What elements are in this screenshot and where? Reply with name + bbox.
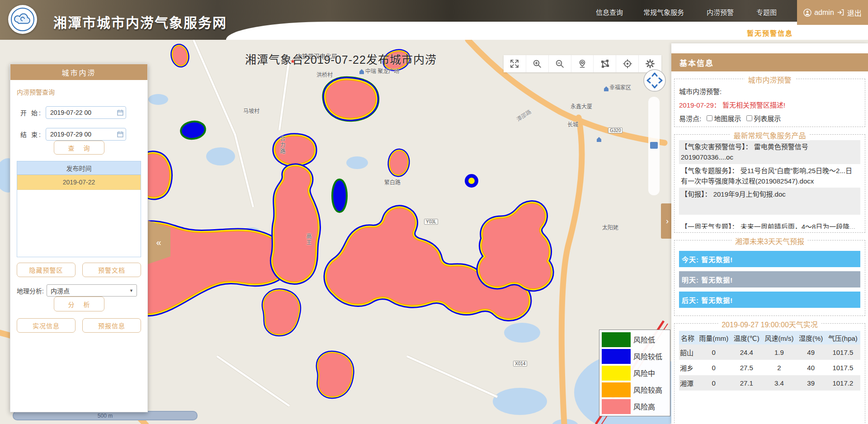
locate-button[interactable] [571,55,594,72]
list-display-checkbox[interactable] [746,115,752,121]
product-item[interactable]: 【气象灾害预警信号】： 雷电黄色预警信号2019070336....oc [679,140,860,164]
query-button[interactable]: 查 询 [54,141,104,155]
table-row: 湘潭 0 27.1 3.4 39 1017.2 [679,375,860,391]
zoom-slider-handle[interactable] [650,142,658,149]
chevron-down-icon: ▼ [129,288,133,293]
poi-label: 马坡村 [243,107,259,114]
start-date-input[interactable] [46,106,126,119]
cell-humidity: 40 [797,360,826,375]
start-date-label: 开 始: [17,108,46,117]
route-shield: Y03L [424,219,438,225]
table-row: 韶山 0 24.4 1.9 49 1017.5 [679,344,860,360]
cell-pressure: 1017.5 [826,344,860,360]
products-section: 最新常规气象服务产品 【气象灾害预警信号】： 雷电黄色预警信号201907033… [674,134,865,233]
user-account-box[interactable]: admin 退出 [797,0,868,25]
map-overlay-title: 湘潭气象台2019-07-22发布城市内涝 [245,51,437,67]
map-display-checkbox[interactable] [707,115,712,121]
legend-swatch-higher [602,382,631,397]
legend-label: 风险中 [633,367,655,378]
warning-section: 城市内涝预警 城市内涝预警: 2019-07-29： 暂无相关预警区描述! 易涝… [674,79,865,127]
zoom-in-button[interactable] [526,55,549,72]
table-header-row: 名称 雨量(mm) 温度(℃) 风速(m/s) 湿度(%) 气压(hpa) [679,331,860,344]
calendar-icon[interactable] [117,109,123,116]
user-name: admin [814,9,834,17]
column-header: 雨量(mm) [696,331,731,344]
cell-rain: 0 [696,344,731,360]
forecast-info-button[interactable]: 预报信息 [82,318,141,333]
fullscreen-button[interactable] [504,55,526,72]
geo-analysis-select[interactable]: 内涝点 ▼ [47,284,137,297]
zoom-out-button[interactable] [549,55,571,72]
nav-waterlogging-warning[interactable]: 内涝预警 [707,7,734,17]
geo-analysis-value: 内涝点 [51,286,70,295]
cell-humidity: 39 [797,375,826,391]
route-shield: G320 [608,127,623,133]
legend-swatch-medium [602,366,631,381]
cell-pressure: 1017.5 [826,360,860,375]
legend-row: 风险低 [602,332,668,347]
map-pan-control[interactable] [643,69,666,92]
chevron-left-icon: « [156,237,161,248]
scale-label: 500 m [98,413,113,419]
map-display-label: 地图展示 [714,113,741,123]
warning-line: 城市内涝预警: [679,86,860,96]
legend-swatch-low [602,332,631,347]
risk-zone-green-blue [181,121,205,140]
cell-wind: 1.9 [762,344,796,360]
map-zoom-slider[interactable] [648,97,660,195]
legend-label: 风险高 [633,401,655,412]
legend-row: 风险较高 [602,382,668,397]
left-panel-title: 城市内涝 [10,64,147,80]
warning-section-title: 城市内涝预警 [744,74,795,85]
end-date-label: 结 束: [17,130,46,139]
poi-label: 太阳姥 [602,223,618,231]
column-header: 温度(℃) [731,331,762,344]
live-weather-table: 名称 雨量(mm) 温度(℃) 风速(m/s) 湿度(%) 气压(hpa) 韶山… [679,331,860,391]
table-row: 湘乡 0 27.5 2 40 1017.5 [679,360,860,375]
forecast-dayafter-bar: 后天: 暂无数据! [679,292,860,308]
risk-zone-right [480,204,551,288]
result-list: 发布时间 2019-07-22 [17,161,141,257]
products-list: 【气象灾害预警信号】： 雷电黄色预警信号2019070336....oc 【气象… [679,140,860,229]
risk-legend: 风险低 风险较低 风险中 风险较高 风险高 [599,330,670,416]
nav-thematic-map[interactable]: 专题图 [756,7,777,17]
draw-polygon-button[interactable] [594,55,616,72]
legend-label: 风险较高 [633,384,662,395]
end-date-input[interactable] [46,128,126,141]
nav-regular-weather-service[interactable]: 常规气象服务 [643,7,684,17]
logout-icon [837,9,844,16]
product-item[interactable]: 【一周天气专题】： 未来一周前晴后雨，4～8日为一段降...集中期 (20190… [679,220,860,229]
poi-label: 中瑞 聚龙广场 [365,67,399,75]
center-target-button[interactable] [616,55,639,72]
poi-label: 洪桥村 [316,71,333,78]
route-shield: X014 [513,361,527,367]
right-panel: 基本信息 城市内涝预警 城市内涝预警: 2019-07-29： 暂无相关预警区描… [671,43,868,424]
column-header: 湿度(%) [797,331,826,344]
product-item[interactable]: 【旬报】： 2019年9月上旬旬报.doc [679,188,860,215]
page: 中铁武汉电化局 ★ 洪桥村 中瑞 聚龙广场 幸福家区 永鑫大厦 长城 潭邵路 G… [0,0,868,424]
result-column-header: 发布时间 [17,161,141,175]
hide-warning-zone-button[interactable]: 隐藏预警区 [17,263,75,277]
product-item[interactable]: 【气象专题服务】： 受11号台风“白鹿”影响,25日晚～2...日有一次中等强度… [679,164,860,188]
cell-pressure: 1017.2 [826,375,860,391]
analyze-button[interactable]: 分 析 [54,297,104,311]
right-panel-title: 基本信息 [671,53,868,71]
live-info-button[interactable]: 实况信息 [17,318,75,333]
risk-zone-blue-dot [465,174,478,188]
cell-temp: 24.4 [731,344,762,360]
risk-zone-upper-center [326,80,376,118]
road-label: 合力路 [278,136,286,155]
column-header: 气压(hpa) [826,331,860,344]
warning-detail: 2019-07-29： 暂无相关预警区描述! [679,100,860,109]
map-scale-bar: 500 m [13,411,198,420]
calendar-icon[interactable] [117,131,123,137]
warning-document-button[interactable]: 预警文档 [82,263,141,277]
column-header: 名称 [679,331,696,344]
chevron-right-icon: › [666,217,669,226]
result-row[interactable]: 2019-07-22 [17,175,141,190]
legend-row: 风险较低 [602,349,668,364]
legend-row: 风险中 [602,365,668,381]
risk-zone-small-topleft [171,45,189,66]
nav-info-query[interactable]: 信息查询 [596,7,623,17]
logout-label[interactable]: 退出 [847,7,862,18]
